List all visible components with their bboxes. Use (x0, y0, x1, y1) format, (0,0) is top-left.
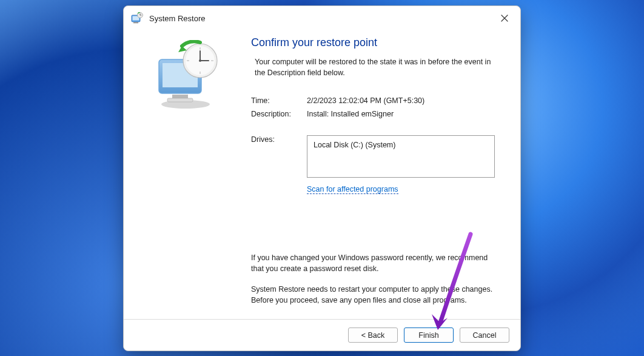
system-restore-window: System Restore (123, 5, 521, 351)
finish-button[interactable]: Finish (404, 327, 454, 343)
page-heading: Confirm your restore point (251, 36, 502, 49)
time-row: Time: 2/2/2023 12:02:04 PM (GMT+5:30) (251, 96, 502, 105)
drives-label: Drives: (251, 135, 307, 144)
drives-row: Drives: Local Disk (C:) (System) Scan fo… (251, 135, 502, 194)
titlebar: System Restore (124, 6, 520, 30)
system-restore-icon (131, 12, 143, 24)
password-note: If you have changed your Windows passwor… (251, 252, 502, 274)
description-row: Description: Install: Installed emSigner (251, 110, 502, 118)
restart-note: System Restore needs to restart your com… (251, 284, 502, 306)
svg-rect-2 (133, 22, 138, 24)
close-icon (501, 15, 508, 22)
left-column (130, 34, 246, 319)
time-label: Time: (251, 96, 307, 105)
dialog-body: Confirm your restore point Your computer… (124, 30, 520, 319)
description-value: Install: Installed emSigner (307, 110, 502, 118)
intro-text: Your computer will be restored to the st… (255, 56, 502, 78)
svg-rect-7 (172, 95, 188, 98)
cancel-button[interactable]: Cancel (460, 327, 509, 343)
drives-list: Local Disk (C:) (System) (307, 135, 495, 178)
back-button[interactable]: < Back (348, 327, 398, 343)
desktop-wallpaper: System Restore (0, 0, 644, 356)
time-value: 2/2/2023 12:02:04 PM (GMT+5:30) (307, 96, 502, 105)
close-button[interactable] (494, 10, 515, 27)
scan-affected-programs-link[interactable]: Scan for affected programs (307, 185, 398, 194)
restore-graphic-icon (152, 40, 224, 113)
svg-point-17 (199, 59, 201, 62)
main-content: Confirm your restore point Your computer… (246, 34, 502, 319)
dialog-footer: < Back Finish Cancel (124, 319, 520, 351)
description-label: Description: (251, 110, 307, 118)
svg-rect-8 (167, 98, 193, 102)
drive-item: Local Disk (C:) (System) (314, 141, 488, 149)
window-title: System Restore (149, 14, 494, 23)
